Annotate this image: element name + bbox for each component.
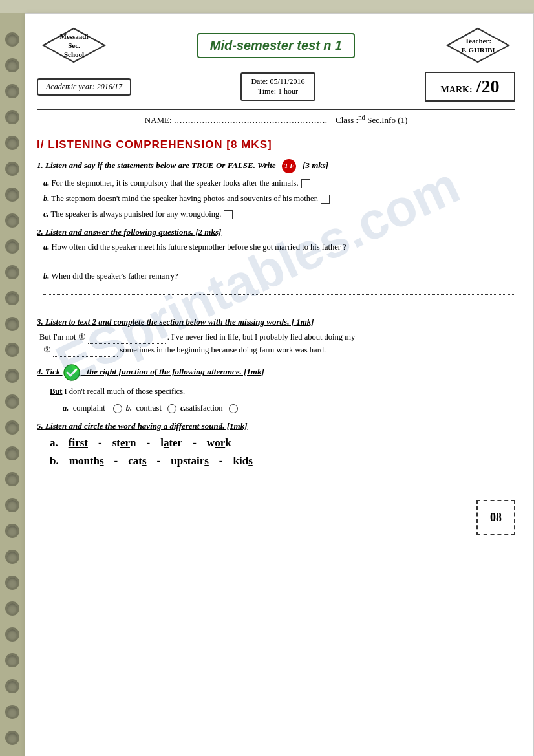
spiral-hole bbox=[5, 653, 19, 667]
teacher-diamond: Teacher: F. GHRIBI bbox=[441, 25, 515, 65]
q2-item-b: b. When did the speaker's father remarry… bbox=[37, 270, 515, 310]
q4-options: a. complaint b. contrast c.satisfaction bbox=[37, 402, 515, 415]
spiral-hole bbox=[5, 291, 19, 305]
q1-item-c: c. The speaker is always punished for an… bbox=[37, 208, 515, 221]
name-row: NAME: ………………………………………………. Class :nd 2nd … bbox=[37, 109, 515, 129]
header-top: Messaadi Sec. School Mid-semester test n… bbox=[37, 25, 515, 65]
date-time-box: Date: 05/11/2016 Time: 1 hour bbox=[240, 72, 315, 101]
question2: 2. Listen and answer the following quest… bbox=[37, 227, 515, 311]
q5-row-b: b. months - cats - upstairs - kids bbox=[50, 455, 515, 468]
spiral-hole bbox=[5, 394, 19, 409]
radio-c[interactable] bbox=[229, 404, 238, 413]
spiral-hole bbox=[5, 627, 19, 642]
q1-title: 1. Listen and say if the statements belo… bbox=[37, 159, 515, 173]
score-value: 08 bbox=[490, 511, 502, 524]
teacher-info: Teacher: F. GHRIBI bbox=[461, 36, 495, 55]
score-box: 08 bbox=[476, 500, 515, 535]
q5-row-a: a. first - stern - later - work bbox=[50, 437, 515, 449]
radio-b[interactable] bbox=[167, 404, 176, 413]
academic-year-box: Academic year: 2016/17 bbox=[37, 78, 131, 96]
section1-title: I/ LISTENING COMPREHENSION [8 MKS] bbox=[37, 138, 515, 151]
spiral-hole bbox=[5, 136, 19, 150]
spiral-hole bbox=[5, 110, 19, 124]
spiral-hole bbox=[5, 265, 19, 279]
spiral-hole bbox=[5, 84, 19, 98]
tick-icon bbox=[63, 363, 81, 382]
spiral-hole bbox=[5, 369, 19, 383]
blank1 bbox=[88, 331, 166, 344]
spiral-hole bbox=[5, 343, 19, 357]
q3-text: But I'm not ① . I've never lied in life,… bbox=[37, 331, 515, 357]
q2-item-a: a. How often did the speaker meet his fu… bbox=[37, 241, 515, 266]
spiral-hole bbox=[5, 239, 19, 254]
school-diamond: Messaadi Sec. School bbox=[37, 25, 111, 65]
spiral-hole bbox=[5, 213, 19, 228]
answer-line-a1 bbox=[43, 255, 515, 265]
spiral-hole bbox=[5, 679, 19, 693]
question3: 3. Listen to text 2 and complete the sec… bbox=[37, 317, 515, 357]
spiral-hole bbox=[5, 446, 19, 460]
spiral-hole bbox=[5, 498, 19, 512]
spiral-hole bbox=[5, 524, 19, 538]
q2-title: 2. Listen and answer the following quest… bbox=[37, 227, 515, 237]
spiral-hole bbox=[5, 601, 19, 616]
spiral-hole bbox=[5, 420, 19, 435]
header-second-row: Academic year: 2016/17 Date: 05/11/2016 … bbox=[37, 72, 515, 102]
spiral-hole bbox=[5, 58, 19, 72]
page-wrapper: ESprintables.com Messaadi Sec. School Mi… bbox=[0, 13, 534, 756]
q4-utterance: But I don't recall much of those specifi… bbox=[43, 385, 515, 398]
question5: 5. Listen and circle the word having a d… bbox=[37, 421, 515, 468]
spiral-hole bbox=[5, 188, 19, 202]
spiral-hole bbox=[5, 32, 19, 47]
radio-a[interactable] bbox=[113, 404, 122, 413]
blank2 bbox=[53, 344, 118, 357]
main-page: ESprintables.com Messaadi Sec. School Mi… bbox=[25, 13, 534, 756]
answer-line-b2 bbox=[43, 300, 515, 310]
school-name: Messaadi Sec. School bbox=[60, 32, 89, 59]
spiral-hole bbox=[5, 472, 19, 486]
q1-item-a: a. For the stepmother, it is compulsory … bbox=[37, 177, 515, 189]
spiral-hole bbox=[5, 731, 19, 745]
spiral-hole bbox=[5, 705, 19, 719]
q4-title: 4. Tick the right function of the follow… bbox=[37, 363, 515, 382]
spiral-hole bbox=[5, 162, 19, 176]
time-line: Time: 1 hour bbox=[251, 87, 304, 96]
checkbox-c[interactable] bbox=[224, 210, 233, 219]
checkbox-a[interactable] bbox=[301, 179, 310, 188]
q3-title: 3. Listen to text 2 and complete the sec… bbox=[37, 317, 515, 327]
spiral-hole bbox=[5, 317, 19, 331]
mark-box: MARK:/20 bbox=[425, 72, 515, 102]
spiral-hole bbox=[5, 576, 19, 590]
spiral-binding bbox=[0, 13, 25, 756]
content-area: ESprintables.com Messaadi Sec. School Mi… bbox=[37, 25, 515, 535]
q1-item-b: b. The stepmom doesn't mind the speaker … bbox=[37, 193, 515, 205]
date-line: Date: 05/11/2016 bbox=[251, 77, 304, 87]
question1: 1. Listen and say if the statements belo… bbox=[37, 159, 515, 220]
question4: 4. Tick the right function of the follow… bbox=[37, 363, 515, 415]
test-title: Mid-semester test n 1 bbox=[197, 33, 356, 58]
answer-line-b1 bbox=[43, 285, 515, 295]
checkbox-b[interactable] bbox=[321, 195, 330, 204]
q5-title: 5. Listen and circle the word having a d… bbox=[37, 421, 515, 431]
tf-badge: T F bbox=[282, 159, 296, 173]
spiral-hole bbox=[5, 550, 19, 564]
score-area: 08 bbox=[37, 487, 515, 535]
